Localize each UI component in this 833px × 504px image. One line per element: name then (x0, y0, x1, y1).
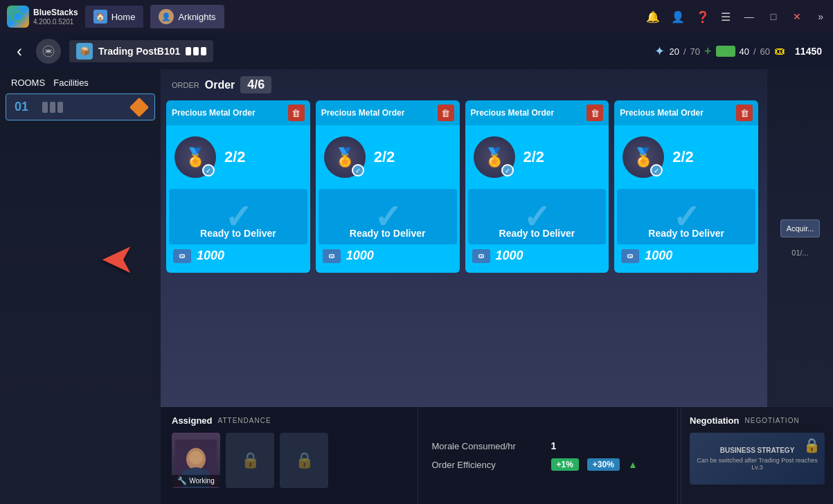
card-2-count: 2/2 (374, 148, 395, 166)
card-1-body: 🏅 ✓ 2/2 (166, 125, 310, 189)
card-1-deliver-status: Ready to Deliver (169, 228, 307, 239)
card-1-check-badge: ✓ (202, 164, 215, 177)
signal-dot-3 (201, 47, 206, 55)
card-2-reward-value: 1000 (346, 249, 374, 263)
card-3-reward: 🎟 1000 (465, 244, 609, 267)
negotiation-card-title: BUSINESS STRATEGY (695, 447, 819, 454)
assigned-header: Assigned ATTENDANCE (172, 415, 404, 426)
more-apps-button[interactable]: » (815, 10, 826, 24)
card-4-delete-button[interactable]: 🗑 (736, 105, 753, 121)
svg-point-9 (189, 451, 203, 465)
order-card-2[interactable]: Precious Metal Order 🗑 🏅 ✓ 2/2 ✓ Ready t… (316, 100, 460, 273)
app-name: BlueStacks (33, 8, 78, 17)
card-3-deliver-status: Ready to Deliver (468, 228, 607, 239)
arknights-tab-label: Arknights (178, 12, 215, 22)
card-3-item-icon: 🏅 ✓ (474, 136, 515, 178)
card-3-deliver-area: ✓ Ready to Deliver (468, 189, 607, 244)
card-2-ticket-icon: 🎟 (323, 249, 341, 263)
order-count: 4/6 (240, 76, 271, 93)
nav-home-icon[interactable] (36, 39, 61, 64)
room-diamond-icon (129, 97, 149, 116)
negotiation-header: Negotiation NEGOTIATION (690, 415, 825, 426)
room-bar-2 (50, 102, 55, 113)
assigned-title: Assigned (172, 415, 213, 426)
card-2-deliver-area: ✓ Ready to Deliver (319, 189, 457, 244)
signal-dot-2 (193, 47, 199, 55)
app-version: 4.200.0.5201 (33, 18, 78, 26)
divider-2 (677, 407, 678, 504)
card-2-delete-button[interactable]: 🗑 (438, 105, 454, 121)
card-3-delete-button[interactable]: 🗑 (586, 105, 603, 121)
order-card-1[interactable]: Precious Metal Order 🗑 🏅 ✓ 2/2 ✓ Ready t… (166, 100, 310, 273)
minimize-button[interactable]: — (742, 10, 757, 24)
right-panel: Acquir... 01/... (767, 69, 833, 407)
card-3-ticket-icon: 🎟 (472, 249, 490, 263)
card-4-deliver-area: ✓ Ready to Deliver (617, 189, 755, 244)
card-2-title: Precious Metal Order (321, 108, 405, 118)
game-top-bar: ‹ 📦 Trading PostB101 ✦ 20 / 70 + (0, 33, 833, 69)
card-2-header: Precious Metal Order 🗑 (316, 100, 460, 125)
arknights-tab-icon: 👤 (159, 9, 174, 24)
order-card-3[interactable]: Precious Metal Order 🗑 🏅 ✓ 2/2 ✓ Ready t… (465, 100, 609, 273)
svg-point-5 (46, 49, 51, 53)
maximize-button[interactable]: □ (768, 10, 779, 24)
operator-slot-2[interactable]: 🔒 (226, 433, 274, 488)
account-icon[interactable]: 👤 (671, 10, 685, 24)
card-4-ticket-icon: 🎟 (621, 249, 639, 263)
trading-post-icon: 📦 (76, 43, 93, 60)
operator-slot-3[interactable]: 🔒 (280, 433, 328, 488)
trading-post-badge: 📦 Trading PostB101 (69, 40, 213, 62)
room-bars (42, 102, 63, 113)
back-button[interactable]: ‹ (11, 39, 28, 64)
card-1-reward-value: 1000 (197, 249, 224, 263)
rooms-label: ROOMS (11, 78, 45, 88)
room-item-01[interactable]: 01 (6, 93, 155, 120)
card-1-count: 2/2 (224, 148, 246, 166)
operator-slot-1[interactable]: 🔧 Working (172, 433, 220, 488)
order-card-4[interactable]: Precious Metal Order 🗑 🏅 ✓ 2/2 ✓ Ready t… (614, 100, 758, 273)
help-icon[interactable]: ❓ (696, 10, 710, 24)
signal-dot-1 (186, 47, 191, 55)
negotiation-card[interactable]: BUSINESS STRATEGY Can be switched after … (690, 433, 825, 485)
order-label: ORDER (172, 81, 199, 89)
negotiation-panel: Negotiation NEGOTIATION BUSINESS STRATEG… (681, 407, 833, 504)
trading-post-name: Trading PostB101 (98, 46, 180, 57)
facilities-title: Facilities (53, 78, 89, 88)
acquire-button[interactable]: Acquir... (780, 219, 821, 237)
drone-max: 70 (690, 46, 700, 57)
bottom-panel: Assigned ATTENDANCE 🔧 (161, 407, 833, 504)
efficiency-label: Order Efficiency (432, 460, 543, 470)
card-3-check-badge: ✓ (501, 164, 514, 177)
card-4-reward-value: 1000 (645, 249, 672, 263)
battery-separator: / (753, 46, 756, 57)
notification-icon[interactable]: 🔔 (646, 10, 660, 24)
home-tab-label: Home (111, 12, 136, 22)
room-bar-1 (42, 102, 48, 113)
attendance-label: ATTENDANCE (218, 417, 271, 424)
card-3-reward-value: 1000 (496, 249, 523, 263)
card-4-reward: 🎟 1000 (614, 244, 758, 267)
efficiency-stat-row: Order Efficiency +1% +30% ▲ (432, 458, 664, 471)
drone-plus-button[interactable]: + (704, 44, 712, 59)
tab-home[interactable]: 🏠 Home (85, 6, 144, 28)
menu-icon[interactable]: ☰ (721, 10, 731, 24)
morale-label: Morale Consumed/hr (432, 441, 543, 451)
card-2-reward: 🎟 1000 (316, 244, 460, 267)
order-title: Order (205, 79, 235, 91)
card-1-delete-button[interactable]: 🗑 (288, 105, 305, 121)
tab-arknights[interactable]: 👤 Arknights (150, 5, 224, 28)
card-1-header: Precious Metal Order 🗑 (166, 100, 310, 125)
operator-2-lock-icon: 🔒 (241, 451, 260, 469)
home-tab-icon: 🏠 (93, 10, 107, 24)
room-bar-3 (57, 102, 63, 113)
drone-icon: ✦ (654, 44, 665, 59)
card-4-header: Precious Metal Order 🗑 (614, 100, 758, 125)
red-arrow-indicator: ➤ (100, 234, 135, 282)
negotiation-card-description: Can be switched after Trading Post reach… (695, 457, 819, 471)
drone-separator: / (683, 46, 686, 57)
close-button[interactable]: ✕ (790, 10, 804, 24)
card-1-ticket-icon: 🎟 (173, 249, 191, 263)
cards-grid: Precious Metal Order 🗑 🏅 ✓ 2/2 ✓ Ready t… (161, 100, 764, 273)
gold-ticket-icon: 🎟 (774, 45, 785, 57)
left-sidebar: ROOMS Facilities 01 (0, 69, 161, 504)
